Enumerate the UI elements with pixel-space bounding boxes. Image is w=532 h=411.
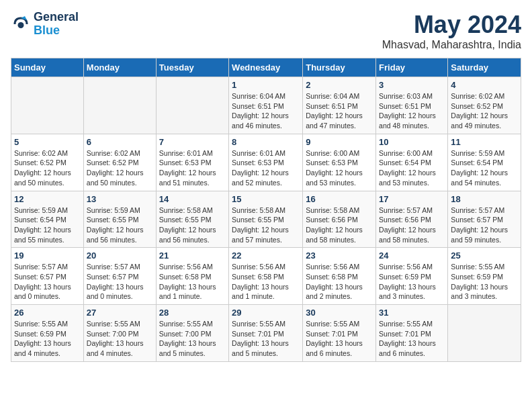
calendar-week-row: 5Sunrise: 6:02 AM Sunset: 6:52 PM Daylig…: [11, 134, 521, 191]
calendar-cell: 26Sunrise: 5:55 AM Sunset: 6:59 PM Dayli…: [11, 305, 84, 362]
day-number: 3: [379, 80, 445, 90]
calendar-cell: 31Sunrise: 5:55 AM Sunset: 7:01 PM Dayli…: [376, 305, 448, 362]
logo: General Blue: [11, 11, 79, 38]
calendar-cell: 29Sunrise: 5:55 AM Sunset: 7:01 PM Dayli…: [229, 305, 303, 362]
calendar-cell: [448, 305, 521, 362]
day-number: 22: [232, 250, 300, 261]
day-number: 28: [159, 308, 226, 318]
month-title: May 2024: [382, 11, 521, 39]
day-number: 5: [14, 137, 81, 147]
day-number: 20: [87, 250, 153, 261]
calendar-week-row: 12Sunrise: 5:59 AM Sunset: 6:54 PM Dayli…: [11, 191, 521, 248]
day-number: 9: [306, 137, 373, 147]
weekday-header-row: SundayMondayTuesdayWednesdayThursdayFrid…: [11, 58, 521, 77]
calendar-cell: [83, 77, 156, 134]
calendar-cell: 12Sunrise: 5:59 AM Sunset: 6:54 PM Dayli…: [11, 191, 84, 248]
day-info: Sunrise: 5:55 AM Sunset: 7:01 PM Dayligh…: [306, 319, 373, 359]
day-number: 17: [379, 194, 445, 204]
weekday-header-tuesday: Tuesday: [156, 58, 228, 77]
day-info: Sunrise: 5:59 AM Sunset: 6:55 PM Dayligh…: [87, 205, 153, 245]
day-number: 23: [306, 250, 373, 261]
day-info: Sunrise: 5:59 AM Sunset: 6:54 PM Dayligh…: [451, 148, 518, 188]
day-info: Sunrise: 6:03 AM Sunset: 6:51 PM Dayligh…: [379, 91, 445, 131]
day-number: 24: [379, 250, 445, 261]
day-info: Sunrise: 6:02 AM Sunset: 6:52 PM Dayligh…: [14, 148, 81, 188]
calendar-cell: 17Sunrise: 5:57 AM Sunset: 6:56 PM Dayli…: [376, 191, 448, 248]
logo-line1: General: [34, 11, 79, 24]
day-number: 30: [306, 308, 373, 318]
logo-text: General Blue: [34, 11, 79, 38]
day-number: 4: [451, 80, 518, 90]
calendar-week-row: 1Sunrise: 6:04 AM Sunset: 6:51 PM Daylig…: [11, 77, 521, 134]
calendar-cell: 18Sunrise: 5:57 AM Sunset: 6:57 PM Dayli…: [448, 191, 521, 248]
calendar-cell: 21Sunrise: 5:56 AM Sunset: 6:58 PM Dayli…: [156, 248, 228, 305]
calendar-cell: 5Sunrise: 6:02 AM Sunset: 6:52 PM Daylig…: [11, 134, 84, 191]
calendar-week-row: 26Sunrise: 5:55 AM Sunset: 6:59 PM Dayli…: [11, 305, 521, 362]
day-number: 14: [159, 194, 226, 204]
day-info: Sunrise: 5:58 AM Sunset: 6:55 PM Dayligh…: [232, 205, 300, 245]
calendar-cell: 11Sunrise: 5:59 AM Sunset: 6:54 PM Dayli…: [448, 134, 521, 191]
day-info: Sunrise: 5:56 AM Sunset: 6:58 PM Dayligh…: [306, 262, 373, 302]
day-info: Sunrise: 5:57 AM Sunset: 6:57 PM Dayligh…: [14, 262, 81, 302]
day-info: Sunrise: 5:55 AM Sunset: 6:59 PM Dayligh…: [14, 319, 81, 359]
calendar-cell: 10Sunrise: 6:00 AM Sunset: 6:54 PM Dayli…: [376, 134, 448, 191]
calendar-cell: 30Sunrise: 5:55 AM Sunset: 7:01 PM Dayli…: [303, 305, 376, 362]
day-number: 12: [14, 194, 81, 204]
calendar-cell: 2Sunrise: 6:04 AM Sunset: 6:51 PM Daylig…: [303, 77, 376, 134]
day-info: Sunrise: 6:02 AM Sunset: 6:52 PM Dayligh…: [451, 91, 518, 131]
day-info: Sunrise: 5:56 AM Sunset: 6:59 PM Dayligh…: [379, 262, 445, 302]
calendar-body: 1Sunrise: 6:04 AM Sunset: 6:51 PM Daylig…: [11, 77, 521, 362]
calendar-cell: 23Sunrise: 5:56 AM Sunset: 6:58 PM Dayli…: [303, 248, 376, 305]
calendar-cell: 16Sunrise: 5:58 AM Sunset: 6:56 PM Dayli…: [303, 191, 376, 248]
day-number: 11: [451, 137, 518, 147]
day-info: Sunrise: 6:00 AM Sunset: 6:54 PM Dayligh…: [379, 148, 445, 188]
calendar-cell: 14Sunrise: 5:58 AM Sunset: 6:55 PM Dayli…: [156, 191, 228, 248]
day-info: Sunrise: 6:04 AM Sunset: 6:51 PM Dayligh…: [306, 91, 373, 131]
title-block: May 2024 Mhasvad, Maharashtra, India: [382, 11, 521, 51]
day-info: Sunrise: 5:55 AM Sunset: 6:59 PM Dayligh…: [451, 262, 518, 302]
calendar-cell: 7Sunrise: 6:01 AM Sunset: 6:53 PM Daylig…: [156, 134, 228, 191]
calendar-cell: 19Sunrise: 5:57 AM Sunset: 6:57 PM Dayli…: [11, 248, 84, 305]
calendar-cell: 22Sunrise: 5:56 AM Sunset: 6:58 PM Dayli…: [229, 248, 303, 305]
calendar-cell: 6Sunrise: 6:02 AM Sunset: 6:52 PM Daylig…: [83, 134, 156, 191]
day-number: 27: [87, 308, 153, 318]
calendar-cell: 27Sunrise: 5:55 AM Sunset: 7:00 PM Dayli…: [83, 305, 156, 362]
day-info: Sunrise: 5:55 AM Sunset: 7:01 PM Dayligh…: [232, 319, 300, 359]
day-number: 21: [159, 250, 226, 261]
day-info: Sunrise: 5:55 AM Sunset: 7:00 PM Dayligh…: [159, 319, 226, 359]
calendar-cell: 4Sunrise: 6:02 AM Sunset: 6:52 PM Daylig…: [448, 77, 521, 134]
page-header: General Blue May 2024 Mhasvad, Maharasht…: [11, 11, 521, 51]
calendar-cell: 1Sunrise: 6:04 AM Sunset: 6:51 PM Daylig…: [229, 77, 303, 134]
calendar-cell: 9Sunrise: 6:00 AM Sunset: 6:53 PM Daylig…: [303, 134, 376, 191]
day-number: 16: [306, 194, 373, 204]
day-info: Sunrise: 6:01 AM Sunset: 6:53 PM Dayligh…: [159, 148, 226, 188]
weekday-header-monday: Monday: [83, 58, 156, 77]
day-number: 19: [14, 250, 81, 261]
day-info: Sunrise: 5:57 AM Sunset: 6:57 PM Dayligh…: [451, 205, 518, 245]
day-info: Sunrise: 5:59 AM Sunset: 6:54 PM Dayligh…: [14, 205, 81, 245]
weekday-header-wednesday: Wednesday: [229, 58, 303, 77]
calendar-week-row: 19Sunrise: 5:57 AM Sunset: 6:57 PM Dayli…: [11, 248, 521, 305]
day-number: 2: [306, 80, 373, 90]
day-number: 10: [379, 137, 445, 147]
day-number: 26: [14, 308, 81, 318]
day-info: Sunrise: 5:55 AM Sunset: 7:01 PM Dayligh…: [379, 319, 445, 359]
calendar-cell: 25Sunrise: 5:55 AM Sunset: 6:59 PM Dayli…: [448, 248, 521, 305]
day-info: Sunrise: 5:57 AM Sunset: 6:57 PM Dayligh…: [87, 262, 153, 302]
day-info: Sunrise: 5:57 AM Sunset: 6:56 PM Dayligh…: [379, 205, 445, 245]
calendar-cell: [11, 77, 84, 134]
day-info: Sunrise: 6:01 AM Sunset: 6:53 PM Dayligh…: [232, 148, 300, 188]
calendar-table: SundayMondayTuesdayWednesdayThursdayFrid…: [11, 58, 521, 362]
weekday-header-saturday: Saturday: [448, 58, 521, 77]
weekday-header-sunday: Sunday: [11, 58, 84, 77]
day-number: 25: [451, 250, 518, 261]
day-info: Sunrise: 6:00 AM Sunset: 6:53 PM Dayligh…: [306, 148, 373, 188]
calendar-cell: 20Sunrise: 5:57 AM Sunset: 6:57 PM Dayli…: [83, 248, 156, 305]
calendar-cell: 28Sunrise: 5:55 AM Sunset: 7:00 PM Dayli…: [156, 305, 228, 362]
calendar-cell: 24Sunrise: 5:56 AM Sunset: 6:59 PM Dayli…: [376, 248, 448, 305]
logo-icon: [11, 14, 31, 34]
day-number: 15: [232, 194, 300, 204]
day-info: Sunrise: 5:58 AM Sunset: 6:55 PM Dayligh…: [159, 205, 226, 245]
day-number: 1: [232, 80, 300, 90]
day-number: 8: [232, 137, 300, 147]
